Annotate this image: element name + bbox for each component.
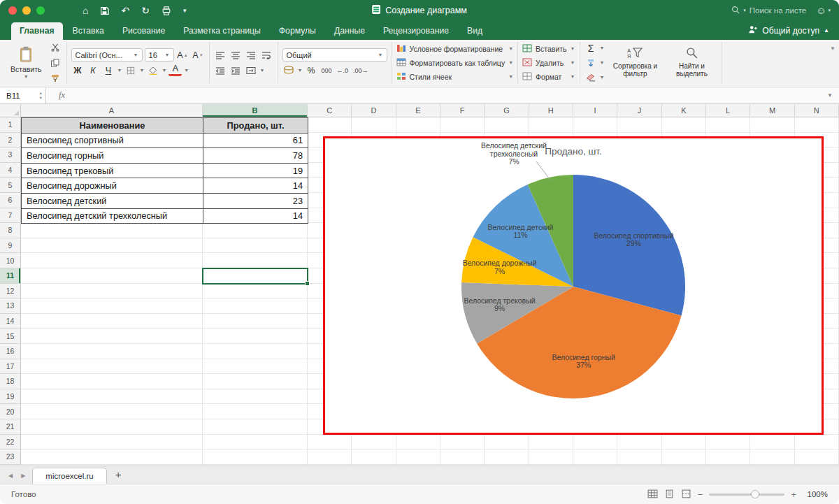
minimize-window-button[interactable]	[22, 6, 31, 15]
row-header-10[interactable]: 10	[0, 253, 21, 268]
toolbar-more-icon[interactable]: ▾	[183, 7, 187, 14]
row-header-9[interactable]: 9	[0, 238, 21, 254]
select-all-corner[interactable]	[0, 104, 21, 117]
tab-Разметка страницы[interactable]: Разметка страницы	[175, 22, 269, 40]
row-header-17[interactable]: 17	[0, 359, 21, 375]
column-header-B[interactable]: B	[203, 104, 308, 117]
table-cell-qty-5[interactable]: 14	[203, 178, 308, 194]
autosum-button[interactable]: Σ	[585, 41, 598, 55]
name-box-stepper[interactable]: ▲▼	[39, 91, 43, 100]
row-header-20[interactable]: 20	[0, 404, 21, 419]
close-window-button[interactable]	[8, 6, 17, 15]
row-header-14[interactable]: 14	[0, 314, 21, 329]
home-icon[interactable]: ⌂	[83, 5, 88, 16]
chevron-down-icon[interactable]: ▼	[117, 68, 122, 73]
table-cell-name-2[interactable]: Велосипед спортивный	[22, 134, 203, 149]
thousands-format-button[interactable]: 000	[320, 64, 333, 77]
format-cells-button[interactable]: Формат ▼	[522, 71, 575, 82]
find-select-button[interactable]: Найти и выделить	[666, 47, 717, 78]
zoom-level[interactable]: 100%	[803, 490, 828, 498]
row-header-21[interactable]: 21	[0, 419, 21, 435]
row-header-16[interactable]: 16	[0, 344, 21, 359]
row-header-11[interactable]: 11	[0, 268, 21, 284]
normal-view-icon[interactable]	[647, 489, 658, 500]
tab-Рисование[interactable]: Рисование	[114, 22, 173, 40]
align-top-icon[interactable]	[214, 48, 227, 62]
column-header-K[interactable]: K	[662, 104, 706, 117]
row-header-8[interactable]: 8	[0, 223, 21, 238]
row-header-18[interactable]: 18	[0, 374, 21, 389]
table-cell-qty-3[interactable]: 78	[203, 148, 308, 164]
row-header-5[interactable]: 5	[0, 178, 21, 193]
zoom-in-button[interactable]: +	[791, 489, 796, 500]
conditional-formatting-button[interactable]: Условное форматирование ▼	[396, 43, 514, 55]
italic-button[interactable]: К	[87, 64, 100, 77]
row-header-22[interactable]: 22	[0, 435, 21, 450]
font-name-select[interactable]: Calibri (Осн...▼	[71, 48, 143, 62]
table-cell-name-7[interactable]: Велосипед детский трехколесный	[22, 209, 203, 224]
underline-button[interactable]: Ч	[102, 64, 115, 77]
row-header-1[interactable]: 1	[0, 117, 21, 133]
font-size-select[interactable]: 16▼	[145, 48, 174, 62]
number-format-select[interactable]: Общий▼	[282, 48, 387, 62]
tab-Вставка[interactable]: Вставка	[64, 22, 113, 40]
cell-styles-button[interactable]: Стили ячеек ▼	[396, 71, 514, 82]
column-header-I[interactable]: I	[573, 104, 617, 117]
table-cell-qty-6[interactable]: 23	[203, 194, 308, 209]
tab-Данные[interactable]: Данные	[326, 22, 373, 40]
fullscreen-window-button[interactable]	[36, 6, 45, 15]
column-header-F[interactable]: F	[440, 104, 485, 117]
page-layout-view-icon[interactable]	[664, 489, 675, 500]
column-header-H[interactable]: H	[529, 104, 573, 117]
row-header-6[interactable]: 6	[0, 193, 21, 208]
chevron-down-icon[interactable]: ▼	[162, 68, 166, 73]
row-header-4[interactable]: 4	[0, 163, 21, 178]
row-header-3[interactable]: 3	[0, 147, 21, 163]
table-cell-qty-2[interactable]: 61	[203, 134, 308, 149]
tab-Главная[interactable]: Главная	[11, 22, 63, 40]
table-header-qty[interactable]: Продано, шт.	[203, 118, 308, 134]
percent-format-button[interactable]: %	[304, 64, 317, 77]
undo-icon[interactable]: ↶	[121, 5, 129, 16]
chevron-down-icon[interactable]: ▼	[260, 68, 265, 73]
borders-button[interactable]	[124, 64, 137, 77]
align-bottom-icon[interactable]	[245, 48, 258, 62]
column-header-A[interactable]: A	[21, 104, 203, 117]
font-color-button[interactable]: А	[168, 64, 182, 76]
name-box[interactable]: B11 ▲▼	[0, 87, 46, 103]
column-header-G[interactable]: G	[485, 104, 529, 117]
currency-format-button[interactable]	[282, 64, 296, 77]
pie-chart-object[interactable]: Продано, шт. Велосипед спортивный29%Вело…	[323, 136, 824, 435]
column-header-L[interactable]: L	[706, 104, 750, 117]
table-cell-qty-4[interactable]: 19	[203, 164, 308, 179]
cut-icon[interactable]	[49, 41, 62, 54]
column-header-E[interactable]: E	[396, 104, 440, 117]
paste-button[interactable]: Вставить ▼	[7, 45, 45, 80]
search-box[interactable]: ▾ Поиск на листе	[731, 6, 806, 15]
increase-indent-icon[interactable]	[229, 64, 243, 77]
decrease-indent-icon[interactable]	[214, 64, 227, 77]
increase-font-size-button[interactable]: A▲	[176, 48, 189, 62]
row-header-13[interactable]: 13	[0, 298, 21, 314]
clear-button[interactable]	[585, 71, 598, 84]
fx-button[interactable]: fx	[59, 90, 65, 101]
zoom-slider[interactable]	[709, 494, 784, 496]
row-header-19[interactable]: 19	[0, 389, 21, 405]
decrease-font-size-button[interactable]: A▼	[192, 48, 205, 62]
column-header-M[interactable]: M	[750, 104, 794, 117]
tab-Вид[interactable]: Вид	[459, 22, 491, 40]
next-sheet-icon[interactable]: ▶	[21, 473, 25, 479]
increase-decimal-button[interactable]: ←.0	[335, 64, 350, 77]
merge-center-icon[interactable]	[245, 64, 258, 77]
ribbon-collapse-icon[interactable]: ▼	[830, 45, 836, 52]
print-icon[interactable]	[162, 6, 171, 15]
align-middle-icon[interactable]	[229, 48, 243, 62]
table-cell-name-6[interactable]: Велосипед детский	[22, 194, 203, 209]
row-header-2[interactable]: 2	[0, 133, 21, 148]
column-header-C[interactable]: C	[308, 104, 352, 117]
add-sheet-button[interactable]: +	[107, 468, 130, 484]
table-cell-qty-7[interactable]: 14	[203, 209, 308, 224]
row-header-7[interactable]: 7	[0, 208, 21, 224]
feedback-smiley-button[interactable]: ☺▾	[816, 5, 831, 16]
fill-color-button[interactable]	[146, 64, 159, 77]
